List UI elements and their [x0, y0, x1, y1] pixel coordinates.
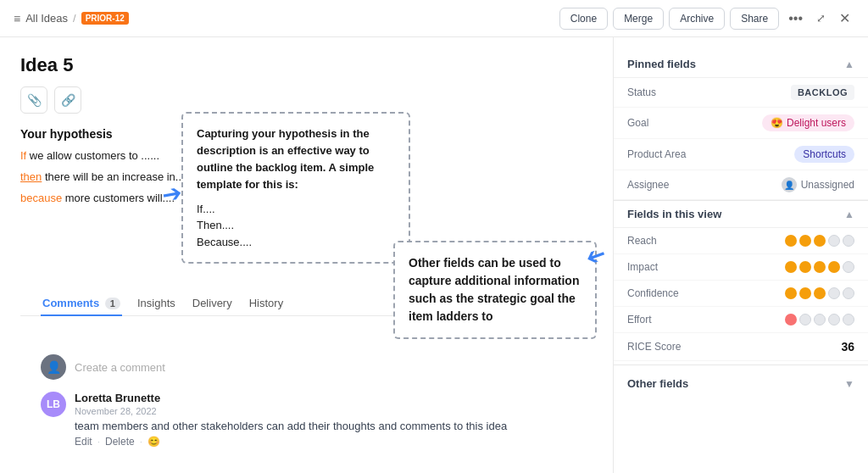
- effort-dot-3: [814, 314, 826, 326]
- goal-label: Goal: [627, 117, 695, 129]
- effort-rating: [785, 314, 854, 326]
- attach-button[interactable]: 📎: [20, 86, 47, 114]
- prior-badge: PRIOR-12: [81, 12, 129, 25]
- breadcrumb-separator: /: [73, 12, 76, 25]
- tooltip-other-fields: Other fields can be used to capture addi…: [393, 241, 597, 339]
- status-label: Status: [627, 86, 695, 98]
- field-status: Status BACKLOG: [614, 78, 868, 108]
- tooltip1-line3: Because....: [197, 234, 395, 251]
- field-effort: Effort: [614, 307, 868, 333]
- field-rice-score: RICE Score 36: [614, 333, 868, 361]
- all-ideas-link[interactable]: All Ideas: [25, 12, 68, 25]
- rice-value: 36: [841, 340, 854, 353]
- assignee-value: 👤 Unassigned: [782, 177, 854, 192]
- tab-insights-label: Insights: [137, 297, 175, 309]
- pinned-fields-chevron: ▲: [844, 58, 854, 70]
- field-goal: Goal 😍 Delight users: [614, 108, 868, 139]
- assignee-text: Unassigned: [801, 179, 854, 191]
- hypothesis-because-rest: more customers will....: [62, 192, 175, 204]
- share-button[interactable]: Share: [730, 8, 779, 30]
- reach-rating: [785, 235, 854, 247]
- comment-content: Loretta Brunette November 28, 2022 team …: [75, 392, 572, 448]
- fields-in-view-header[interactable]: Fields in this view ▲: [614, 201, 868, 228]
- impact-dot-3: [814, 261, 826, 273]
- goal-emoji: 😍: [771, 117, 783, 129]
- goal-text: Delight users: [787, 117, 846, 129]
- main-layout: Idea 5 📎 🔗 Your hypothesis If we allow c…: [0, 37, 868, 473]
- archive-button[interactable]: Archive: [669, 8, 725, 30]
- tab-insights[interactable]: Insights: [136, 292, 177, 316]
- status-value: BACKLOG: [791, 85, 854, 100]
- edit-action[interactable]: Edit: [75, 436, 92, 448]
- tab-history-label: History: [249, 297, 283, 309]
- menu-icon[interactable]: ≡: [14, 12, 20, 25]
- rice-label: RICE Score: [627, 341, 695, 353]
- reach-dot-4: [828, 235, 840, 247]
- comment-placeholder[interactable]: Create a comment: [75, 361, 165, 374]
- more-options-button[interactable]: •••: [784, 7, 807, 31]
- impact-label: Impact: [627, 261, 695, 273]
- merge-button[interactable]: Merge: [613, 8, 664, 30]
- field-confidence: Confidence: [614, 281, 868, 307]
- expand-button[interactable]: ⤢: [812, 8, 830, 29]
- other-fields-section[interactable]: Other fields ▼: [614, 364, 868, 402]
- impact-dot-2: [799, 261, 811, 273]
- tooltip1-line2: Then....: [197, 217, 395, 234]
- top-nav: ≡ All Ideas / PRIOR-12 Clone Merge Archi…: [0, 0, 868, 37]
- effort-dot-1: [785, 314, 797, 326]
- goal-tag[interactable]: 😍 Delight users: [762, 114, 854, 131]
- tab-history[interactable]: History: [248, 292, 285, 316]
- effort-dot-5: [843, 314, 854, 326]
- hypothesis-because: because: [20, 192, 62, 204]
- impact-dot-4: [828, 261, 840, 273]
- current-user-avatar: 👤: [41, 354, 66, 380]
- comments-section: 👤 Create a comment LB Loretta Brunette N…: [41, 354, 572, 448]
- tab-comments-label: Comments: [42, 297, 99, 309]
- other-fields-chevron: ▼: [844, 378, 854, 390]
- field-assignee: Assignee 👤 Unassigned: [614, 170, 868, 200]
- reach-dot-2: [799, 235, 811, 247]
- confidence-dot-1: [785, 287, 797, 299]
- breadcrumb-area: ≡ All Ideas / PRIOR-12: [14, 12, 129, 25]
- confidence-dot-2: [799, 287, 811, 299]
- clone-button[interactable]: Clone: [559, 8, 608, 30]
- confidence-dot-4: [828, 287, 840, 299]
- product-area-tag[interactable]: Shortcuts: [794, 146, 854, 163]
- tab-comments[interactable]: Comments 1: [41, 292, 122, 316]
- content-area: Idea 5 📎 🔗 Your hypothesis If we allow c…: [0, 37, 614, 473]
- right-sidebar: Pinned fields ▲ Status BACKLOG Goal 😍 De…: [614, 37, 868, 473]
- assignee-label: Assignee: [627, 179, 695, 191]
- reach-label: Reach: [627, 235, 695, 247]
- loretta-avatar: LB: [41, 392, 66, 417]
- reach-dot-3: [814, 235, 826, 247]
- comment-input-row: 👤 Create a comment: [41, 354, 572, 380]
- assignee-icon: 👤: [782, 177, 797, 192]
- comment-actions: Edit · Delete · 😊: [75, 436, 572, 448]
- emoji-reaction[interactable]: 😊: [147, 436, 160, 448]
- goal-value: 😍 Delight users: [762, 114, 854, 131]
- field-reach: Reach: [614, 228, 868, 254]
- fields-in-view-section: Fields in this view ▲ Reach Impact: [614, 200, 868, 361]
- close-button[interactable]: ✕: [835, 6, 854, 31]
- tab-delivery[interactable]: Delivery: [191, 292, 234, 316]
- pinned-fields-section: Pinned fields ▲ Status BACKLOG Goal 😍 De…: [614, 51, 868, 200]
- tab-comments-badge: 1: [105, 298, 120, 309]
- link-button[interactable]: 🔗: [54, 86, 81, 114]
- comment-item: LB Loretta Brunette November 28, 2022 te…: [41, 392, 572, 448]
- product-area-value: Shortcuts: [794, 146, 854, 163]
- field-impact: Impact: [614, 254, 868, 281]
- confidence-dot-3: [814, 287, 826, 299]
- effort-dot-4: [828, 314, 840, 326]
- idea-title: Idea 5: [20, 54, 593, 76]
- other-fields-label: Other fields: [627, 377, 688, 390]
- reach-dot-5: [843, 235, 854, 247]
- pinned-fields-header[interactable]: Pinned fields ▲: [614, 51, 868, 78]
- delete-action[interactable]: Delete: [105, 436, 135, 448]
- tab-delivery-label: Delivery: [192, 297, 232, 309]
- toolbar-icons: 📎 🔗: [20, 86, 593, 114]
- tooltip-hypothesis: Capturing your hypothesis in the descrip…: [181, 112, 410, 264]
- effort-label: Effort: [627, 314, 695, 326]
- confidence-rating: [785, 287, 854, 299]
- tooltip1-line1: If....: [197, 201, 395, 218]
- impact-rating: [785, 261, 854, 273]
